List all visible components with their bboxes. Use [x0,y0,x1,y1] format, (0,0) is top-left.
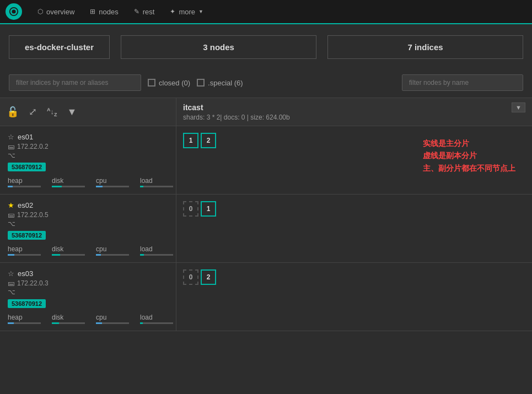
node-right-es01: 12 实线是主分片 虚线是副本分片 主、副分片都在不同节点上 [176,126,532,195]
shard-replica-0: 0 [183,269,198,285]
index-name: itcast [183,103,203,112]
node-name-row: ★ es02 [8,201,168,209]
rest-icon: ✎ [134,8,139,15]
special-label: .special (6) [208,79,243,87]
metric-load-es03: load [140,314,173,324]
metric-disk-es01: disk [52,177,85,187]
metric-heap-es02: heap [8,245,41,256]
index-header: itcast ▼ [183,102,525,112]
sort-az-icon[interactable]: A↓Z [47,107,57,117]
metric-cpu-es01: cpu [96,177,129,187]
shard-replica-0: 0 [183,201,198,217]
shards-area-es03: 02 [183,269,525,285]
nodes-count: 3 nodes [203,42,234,52]
node-tag-row-es03: ⌥ [8,288,168,296]
expand-icon[interactable]: ⤢ [29,106,37,118]
shard-primary-1: 1 [201,201,216,217]
indices-count-box: 7 indices [327,35,523,59]
annotation-line1: 实线是主分片 [423,137,515,149]
node-name-es03: es03 [18,269,33,278]
metric-load-es01: load [140,177,173,187]
node-name-row: ☆ es01 [8,133,168,141]
metric-disk-es02: disk [52,245,85,256]
nodes-count-box: 3 nodes [121,35,316,59]
annotation-line2: 虚线是副本分片 [423,149,515,161]
metric-cpu-es02: cpu [96,245,129,256]
node-ip-es03: 172.22.0.3 [17,279,49,287]
shard-primary-2: 2 [201,133,216,148]
more-dropdown-icon: ▼ [198,9,203,14]
node-right-es03: 02 [176,263,532,331]
node-tag-row-es02: ⌥ [8,220,168,228]
node-left-es02: ★ es02 🖴 172.22.0.5 ⌥ 536870912 heap dis… [0,195,176,263]
node-ip-row-es03: 🖴 172.22.0.3 [8,279,168,287]
node-name-es02: es02 [18,201,33,209]
special-checkbox[interactable] [197,79,205,87]
nav-item-nodes[interactable]: ⊞ nodes [83,4,125,19]
node-ip-es01: 172.22.0.2 [17,143,49,150]
hdd-icon-es03: 🖴 [8,279,14,287]
metric-disk-es03: disk [52,314,85,324]
svg-point-1 [12,9,15,13]
overview-icon: ⬡ [37,8,43,15]
special-checkbox-label[interactable]: .special (6) [197,79,243,87]
lock-icon[interactable]: 🔓 [7,106,19,118]
filter-row: closed (0) .special (6) [0,70,532,95]
more-icon: ✦ [170,8,175,15]
metrics-row-es03: heap disk cpu load [8,314,168,324]
nav-label-rest: rest [143,8,155,16]
closed-checkbox-label[interactable]: closed (0) [148,79,190,87]
app-logo[interactable] [6,3,22,20]
index-dropdown-button[interactable]: ▼ [512,102,525,112]
node-ip-es02: 172.22.0.5 [17,211,49,219]
hdd-icon-es01: 🖴 [8,143,14,150]
closed-label: closed (0) [159,79,190,87]
star-icon-es02[interactable]: ★ [8,201,14,209]
nav-label-more: more [179,8,195,16]
shard-primary-2: 2 [201,269,216,285]
filter-nodes-input[interactable] [402,74,523,91]
tag-icon-es03: ⌥ [8,288,15,296]
node-name-es01: es01 [18,133,33,141]
grid-header-right: itcast ▼ shards: 3 * 2| docs: 0 | size: … [176,98,532,126]
tag-icon-es02: ⌥ [8,220,15,228]
node-left-es01: ☆ es01 🖴 172.22.0.2 ⌥ 536870912 heap dis… [0,126,176,195]
metrics-row-es01: heap disk cpu load [8,177,168,187]
cluster-name: es-docker-cluster [25,42,94,52]
node-tag-row-es01: ⌥ [8,152,168,159]
node-left-es03: ☆ es03 🖴 172.22.0.3 ⌥ 536870912 heap dis… [0,263,176,331]
filter-indices-input[interactable] [9,74,141,91]
nav-item-rest[interactable]: ✎ rest [127,4,162,19]
top-navigation: ⬡ overview ⊞ nodes ✎ rest ✦ more ▼ [0,0,532,24]
node-ip-row-es02: 🖴 172.22.0.5 [8,211,168,219]
cluster-name-box: es-docker-cluster [9,35,110,59]
sort-dropdown-icon[interactable]: ▼ [67,106,77,118]
closed-checkbox[interactable] [148,79,155,87]
nodes-icon: ⊞ [90,8,95,15]
metric-heap-es03: heap [8,314,41,324]
node-badge-es02: 536870912 [8,231,46,240]
metrics-row-es02: heap disk cpu load [8,245,168,256]
indices-count: 7 indices [407,42,443,52]
star-icon-es03[interactable]: ☆ [8,269,14,278]
tag-icon-es01: ⌥ [8,152,15,159]
metric-load-es02: load [140,245,173,256]
nav-label-nodes: nodes [99,8,118,16]
node-name-row: ☆ es03 [8,269,168,278]
main-grid: 🔓 ⤢ A↓Z ▼ itcast ▼ shards: 3 * 2| docs: … [0,98,532,331]
star-icon-es01[interactable]: ☆ [8,133,14,141]
nav-items: ⬡ overview ⊞ nodes ✎ rest ✦ more ▼ [31,4,210,19]
shard-primary-1: 1 [183,133,198,148]
metric-cpu-es03: cpu [96,314,129,324]
annotation-line3: 主、副分片都在不同节点上 [423,162,515,174]
node-ip-row-es01: 🖴 172.22.0.2 [8,143,168,150]
metric-heap-es01: heap [8,177,41,187]
nav-item-more[interactable]: ✦ more ▼ [163,4,210,19]
hdd-icon-es02: 🖴 [8,211,14,219]
node-right-es02: 01 [176,195,532,263]
stats-row: es-docker-cluster 3 nodes 7 indices [0,24,532,70]
shards-area-es02: 01 [183,201,525,217]
nav-item-overview[interactable]: ⬡ overview [31,4,81,19]
index-meta: shards: 3 * 2| docs: 0 | size: 624.00b [183,114,525,121]
annotation-text: 实线是主分片 虚线是副本分片 主、副分片都在不同节点上 [423,137,515,174]
